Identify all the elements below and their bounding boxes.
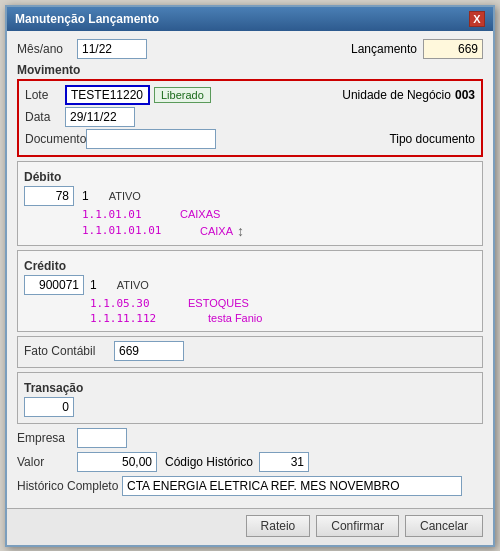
rateio-button[interactable]: Rateio (246, 515, 311, 537)
confirmar-button[interactable]: Confirmar (316, 515, 399, 537)
valor-label: Valor (17, 455, 77, 469)
empresa-label: Empresa (17, 431, 77, 445)
cancelar-button[interactable]: Cancelar (405, 515, 483, 537)
title-bar: Manutenção Lançamento X (7, 7, 493, 31)
transacao-section: Transação (17, 372, 483, 424)
credito-sub1-code: 1.1.05.30 (90, 297, 180, 310)
credito-col1: 1 (90, 278, 97, 292)
codigo-input[interactable] (259, 452, 309, 472)
credito-sub2-code: 1.1.11.112 (90, 312, 200, 325)
fato-row: Fato Contábil (24, 341, 476, 361)
lancamento-input[interactable] (423, 39, 483, 59)
debito-sub1-row: 1.1.01.01 CAIXAS (24, 208, 476, 221)
credito-sub1-row: 1.1.05.30 ESTOQUES (24, 297, 476, 310)
transacao-label: Transação (24, 381, 476, 395)
debito-col2-name: ATIVO (109, 190, 141, 202)
historico-input[interactable] (122, 476, 462, 496)
valor-row: Valor Código Histórico (17, 452, 483, 472)
debito-label: Débito (24, 170, 476, 184)
documento-label: Documento (25, 132, 86, 146)
movimento-label: Movimento (17, 63, 483, 77)
movimento-box: Lote Liberado Unidade de Negócio 003 Dat… (17, 79, 483, 157)
mes-ano-input[interactable] (77, 39, 147, 59)
data-label: Data (25, 110, 65, 124)
lancamento-label: Lançamento (351, 42, 417, 56)
fato-contabil-section: Fato Contábil (17, 336, 483, 368)
lote-row: Lote Liberado Unidade de Negócio 003 (25, 85, 475, 105)
debito-main-row: 1 ATIVO (24, 186, 476, 206)
valor-input[interactable] (77, 452, 157, 472)
tipo-doc-label: Tipo documento (389, 132, 475, 146)
debito-col1: 1 (82, 189, 89, 203)
historico-label: Histórico Completo (17, 479, 122, 493)
unidade-value: 003 (455, 88, 475, 102)
data-row: Data (25, 107, 475, 127)
credito-section: Crédito 1 ATIVO 1.1.05.30 ESTOQUES 1.1.1… (17, 250, 483, 332)
credito-num-input[interactable] (24, 275, 84, 295)
debito-num-input[interactable] (24, 186, 74, 206)
credito-sub2-row: 1.1.11.112 testa Fanio (24, 312, 476, 325)
credito-main-row: 1 ATIVO (24, 275, 476, 295)
credito-sub2-name: testa Fanio (208, 312, 262, 324)
lote-input[interactable] (65, 85, 150, 105)
status-badge: Liberado (154, 87, 211, 103)
historico-row: Histórico Completo (17, 476, 483, 496)
fato-label: Fato Contábil (24, 344, 114, 358)
window-title: Manutenção Lançamento (15, 12, 159, 26)
credito-col2-name: ATIVO (117, 279, 149, 291)
documento-row: Documento Tipo documento (25, 129, 475, 149)
lote-label: Lote (25, 88, 65, 102)
transacao-input[interactable] (24, 397, 74, 417)
header-row: Mês/ano Lançamento (17, 39, 483, 59)
credito-label: Crédito (24, 259, 476, 273)
movimento-section: Movimento Lote Liberado Unidade de Negóc… (17, 63, 483, 157)
debito-sub1-name: CAIXAS (180, 208, 220, 220)
codigo-label: Código Histórico (165, 455, 253, 469)
content-area: Mês/ano Lançamento Movimento Lote Libera… (7, 31, 493, 508)
data-input[interactable] (65, 107, 135, 127)
cursor-icon: ↕ (237, 223, 244, 239)
debito-section: Débito 1 ATIVO 1.1.01.01 CAIXAS 1.1.01.0… (17, 161, 483, 246)
debito-sub1-code: 1.1.01.01 (82, 208, 172, 221)
empresa-input[interactable] (77, 428, 127, 448)
debito-sub2-name: CAIXA (200, 225, 233, 237)
main-window: Manutenção Lançamento X Mês/ano Lançamen… (5, 5, 495, 547)
fato-input[interactable] (114, 341, 184, 361)
debito-sub2-code: 1.1.01.01.01 (82, 224, 192, 237)
close-button[interactable]: X (469, 11, 485, 27)
credito-sub1-name: ESTOQUES (188, 297, 249, 309)
documento-input[interactable] (86, 129, 216, 149)
unidade-label: Unidade de Negócio (342, 88, 451, 102)
empresa-row: Empresa (17, 428, 483, 448)
transacao-row (24, 397, 476, 417)
mes-ano-label: Mês/ano (17, 42, 77, 56)
debito-sub2-row: 1.1.01.01.01 CAIXA ↕ (24, 223, 476, 239)
button-row: Rateio Confirmar Cancelar (7, 508, 493, 545)
